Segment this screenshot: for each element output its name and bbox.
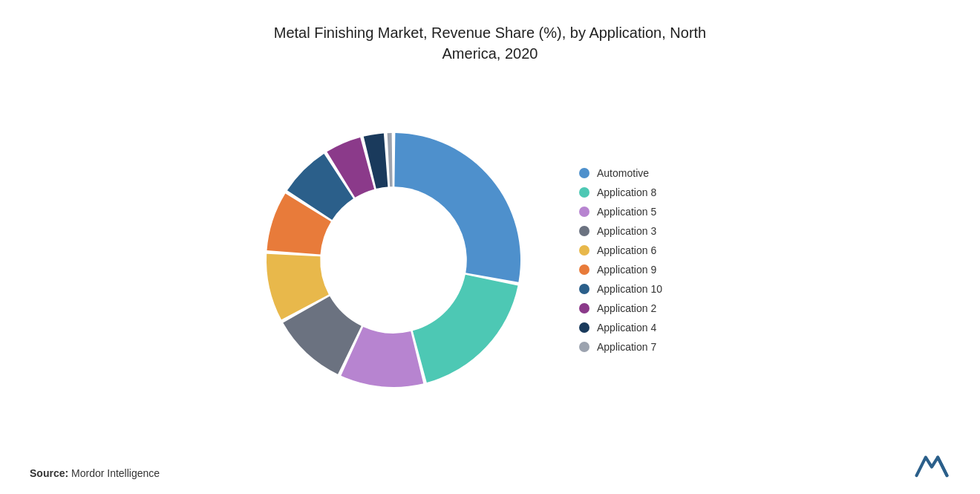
legend-dot-app7 — [579, 342, 589, 352]
legend-item-app7: Application 7 — [579, 341, 728, 353]
legend-dot-app2 — [579, 303, 589, 313]
chart-container: AutomotiveApplication 8Application 5Appl… — [30, 79, 950, 441]
legend-dot-app8 — [579, 187, 589, 198]
legend-item-app8: Application 8 — [579, 186, 728, 198]
legend-label-app10: Application 10 — [597, 283, 662, 295]
legend-label-app2: Application 2 — [597, 302, 656, 314]
source-attribution: Source: Mordor Intelligence — [30, 467, 160, 479]
segment-app7 — [388, 133, 393, 186]
legend-dot-app6 — [579, 245, 589, 256]
legend: AutomotiveApplication 8Application 5Appl… — [579, 167, 728, 353]
legend-item-app10: Application 10 — [579, 283, 728, 295]
legend-label-app9: Application 9 — [597, 264, 656, 276]
footer: Source: Mordor Intelligence — [30, 448, 950, 479]
legend-item-app5: Application 5 — [579, 206, 728, 218]
legend-item-app3: Application 3 — [579, 225, 728, 237]
legend-label-app5: Application 5 — [597, 206, 656, 218]
legend-label-app6: Application 6 — [597, 244, 656, 256]
legend-dot-app5 — [579, 207, 589, 217]
legend-label-app7: Application 7 — [597, 341, 656, 353]
svg-point-0 — [321, 188, 466, 332]
legend-dot-app4 — [579, 322, 589, 333]
legend-item-automotive: Automotive — [579, 167, 728, 179]
chart-title: Metal Finishing Market, Revenue Share (%… — [267, 22, 713, 64]
legend-item-app6: Application 6 — [579, 244, 728, 256]
legend-dot-app9 — [579, 264, 589, 275]
legend-item-app9: Application 9 — [579, 264, 728, 276]
legend-dot-app10 — [579, 284, 589, 294]
legend-item-app4: Application 4 — [579, 322, 728, 334]
legend-label-app8: Application 8 — [597, 186, 656, 198]
donut-chart-wrapper — [252, 119, 535, 401]
legend-dot-app3 — [579, 226, 589, 236]
legend-dot-automotive — [579, 168, 589, 178]
donut-chart — [252, 119, 535, 401]
mordor-logo — [913, 452, 950, 479]
legend-label-automotive: Automotive — [597, 167, 649, 179]
source-value: Mordor Intelligence — [71, 467, 160, 479]
legend-label-app3: Application 3 — [597, 225, 656, 237]
legend-label-app4: Application 4 — [597, 322, 656, 334]
legend-item-app2: Application 2 — [579, 302, 728, 314]
source-label: Source: — [30, 467, 68, 479]
